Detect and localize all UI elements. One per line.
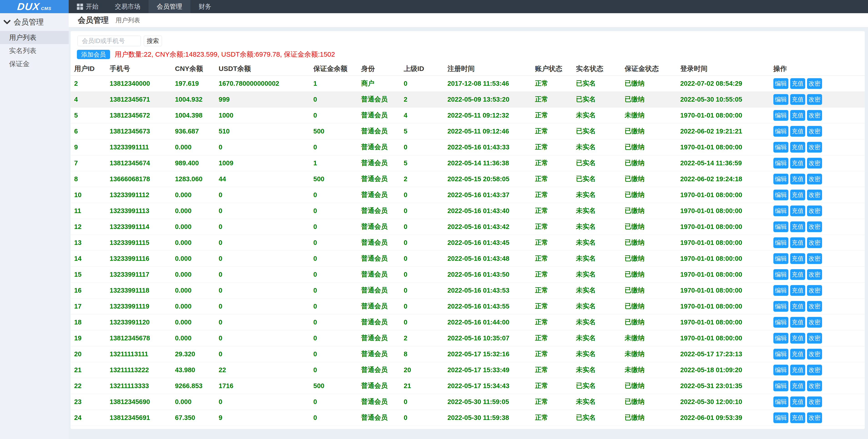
cell-actions: 编辑充值改密 (770, 235, 865, 250)
recharge-button[interactable]: 充值 (790, 174, 805, 184)
cell-deposit-balance: 0 (310, 235, 358, 250)
nav-item-start[interactable]: 开始 (69, 0, 107, 13)
edit-button[interactable]: 编辑 (773, 285, 788, 296)
edit-button[interactable]: 编辑 (773, 78, 788, 89)
change-password-button[interactable]: 改密 (807, 94, 822, 105)
sidebar-group-member-management[interactable]: 会员管理 (0, 13, 69, 31)
cell-user-id: 14 (70, 250, 106, 266)
cell-phone: 13233991118 (106, 282, 171, 298)
recharge-button[interactable]: 充值 (790, 285, 805, 296)
change-password-button[interactable]: 改密 (807, 301, 822, 312)
add-member-button[interactable]: 添加会员 (77, 50, 110, 59)
edit-button[interactable]: 编辑 (773, 94, 788, 105)
edit-button[interactable]: 编辑 (773, 317, 788, 328)
change-password-button[interactable]: 改密 (807, 365, 822, 375)
change-password-button[interactable]: 改密 (807, 78, 822, 89)
edit-button[interactable]: 编辑 (773, 126, 788, 137)
sidebar-item-user-list[interactable]: 用户列表 (0, 31, 69, 44)
edit-button[interactable]: 编辑 (773, 158, 788, 168)
change-password-button[interactable]: 改密 (807, 158, 822, 168)
recharge-button[interactable]: 充值 (790, 317, 805, 328)
edit-button[interactable]: 编辑 (773, 349, 788, 360)
change-password-button[interactable]: 改密 (807, 126, 822, 137)
cell-parent-id: 0 (400, 282, 444, 298)
nav-item-label: 交易市场 (115, 2, 141, 11)
change-password-button[interactable]: 改密 (807, 333, 822, 343)
logo[interactable]: DUX CMS (0, 0, 69, 13)
change-password-button[interactable]: 改密 (807, 222, 822, 232)
table-header-row: 用户ID 手机号 CNY余额 USDT余额 保证金余额 身份 上级ID 注册时间… (70, 62, 865, 75)
recharge-button[interactable]: 充值 (790, 190, 805, 200)
change-password-button[interactable]: 改密 (807, 237, 822, 248)
edit-button[interactable]: 编辑 (773, 365, 788, 375)
sidebar-item-deposit[interactable]: 保证金 (0, 57, 69, 70)
change-password-button[interactable]: 改密 (807, 349, 822, 360)
search-input[interactable] (78, 36, 141, 46)
edit-button[interactable]: 编辑 (773, 110, 788, 121)
recharge-button[interactable]: 充值 (790, 142, 805, 153)
edit-button[interactable]: 编辑 (773, 333, 788, 343)
change-password-button[interactable]: 改密 (807, 285, 822, 296)
cell-role: 普通会员 (358, 282, 400, 298)
cell-deposit-balance: 0 (310, 362, 358, 378)
edit-button[interactable]: 编辑 (773, 301, 788, 312)
change-password-button[interactable]: 改密 (807, 110, 822, 121)
cell-account-status: 正常 (531, 282, 572, 298)
recharge-button[interactable]: 充值 (790, 237, 805, 248)
cell-parent-id: 0 (400, 394, 444, 410)
change-password-button[interactable]: 改密 (807, 317, 822, 328)
change-password-button[interactable]: 改密 (807, 269, 822, 280)
recharge-button[interactable]: 充值 (790, 397, 805, 407)
edit-button[interactable]: 编辑 (773, 174, 788, 184)
edit-button[interactable]: 编辑 (773, 412, 788, 423)
cell-register-time: 2022-05-14 11:36:38 (444, 155, 531, 171)
cell-deposit-status: 已缴纳 (621, 123, 677, 139)
change-password-button[interactable]: 改密 (807, 253, 822, 264)
edit-button[interactable]: 编辑 (773, 397, 788, 407)
recharge-button[interactable]: 充值 (790, 253, 805, 264)
edit-button[interactable]: 编辑 (773, 205, 788, 216)
change-password-button[interactable]: 改密 (807, 380, 822, 391)
edit-button[interactable]: 编辑 (773, 269, 788, 280)
edit-button[interactable]: 编辑 (773, 237, 788, 248)
recharge-button[interactable]: 充值 (790, 269, 805, 280)
recharge-button[interactable]: 充值 (790, 301, 805, 312)
change-password-button[interactable]: 改密 (807, 205, 822, 216)
change-password-button[interactable]: 改密 (807, 142, 822, 153)
cell-phone: 13812345678 (106, 330, 171, 346)
recharge-button[interactable]: 充值 (790, 333, 805, 343)
cell-deposit-balance: 0 (310, 394, 358, 410)
toolbar-row: 添加会员 用户数量:22, CNY余额:14823.599, USDT余额:69… (70, 50, 865, 59)
recharge-button[interactable]: 充值 (790, 222, 805, 232)
cell-cny-balance: 0.000 (171, 330, 215, 346)
nav-item-trading-market[interactable]: 交易市场 (107, 0, 149, 13)
change-password-button[interactable]: 改密 (807, 397, 822, 407)
table-row: 15132339911170.00000普通会员02022-05-16 01:4… (70, 266, 865, 282)
edit-button[interactable]: 编辑 (773, 253, 788, 264)
recharge-button[interactable]: 充值 (790, 365, 805, 375)
change-password-button[interactable]: 改密 (807, 412, 822, 423)
cell-realname-status: 未实名 (572, 314, 621, 330)
nav-item-member-management[interactable]: 会员管理 (149, 0, 190, 13)
edit-button[interactable]: 编辑 (773, 142, 788, 153)
recharge-button[interactable]: 充值 (790, 349, 805, 360)
recharge-button[interactable]: 充值 (790, 94, 805, 105)
recharge-button[interactable]: 充值 (790, 205, 805, 216)
change-password-button[interactable]: 改密 (807, 174, 822, 184)
nav-item-finance[interactable]: 财务 (190, 0, 219, 13)
change-password-button[interactable]: 改密 (807, 190, 822, 200)
edit-button[interactable]: 编辑 (773, 222, 788, 232)
recharge-button[interactable]: 充值 (790, 380, 805, 391)
recharge-button[interactable]: 充值 (790, 412, 805, 423)
sidebar-item-realname-list[interactable]: 实名列表 (0, 44, 69, 57)
edit-button[interactable]: 编辑 (773, 380, 788, 391)
recharge-button[interactable]: 充值 (790, 78, 805, 89)
edit-button[interactable]: 编辑 (773, 190, 788, 200)
cell-usdt-balance: 1000 (215, 107, 310, 123)
search-button[interactable]: 搜索 (144, 36, 162, 46)
recharge-button[interactable]: 充值 (790, 158, 805, 168)
recharge-button[interactable]: 充值 (790, 110, 805, 121)
recharge-button[interactable]: 充值 (790, 126, 805, 137)
cell-actions: 编辑充值改密 (770, 155, 865, 171)
cell-realname-status: 未实名 (572, 330, 621, 346)
